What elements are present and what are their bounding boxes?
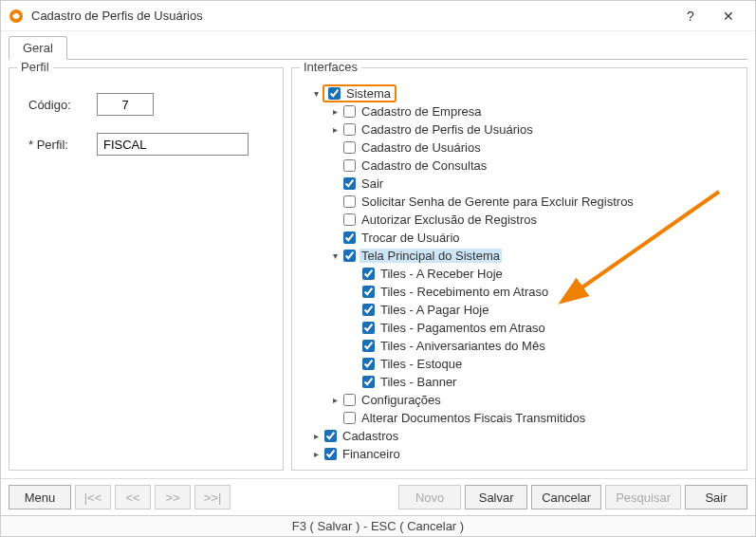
- tree-item-sistema[interactable]: Sistema: [344, 86, 393, 101]
- checkbox[interactable]: [362, 322, 375, 334]
- nav-prev-button[interactable]: <<: [115, 485, 151, 509]
- expand-icon[interactable]: ▸: [309, 431, 323, 441]
- tree-item[interactable]: Tiles - Recebimento em Atraso: [378, 285, 550, 299]
- perfil-input[interactable]: [97, 133, 249, 156]
- checkbox[interactable]: [324, 430, 337, 442]
- perfil-panel: Perfil Código: * Perfil:: [9, 67, 284, 471]
- checkbox[interactable]: [343, 105, 356, 118]
- nav-first-button[interactable]: |<<: [75, 485, 111, 509]
- close-button[interactable]: ✕: [710, 3, 747, 29]
- tree-item[interactable]: Tiles - A Pagar Hoje: [378, 303, 490, 317]
- tree-item[interactable]: Configurações: [360, 393, 443, 407]
- tree-item[interactable]: Cadastro de Empresa: [360, 104, 483, 119]
- nav-last-button[interactable]: >>|: [194, 485, 230, 509]
- tree-item[interactable]: Alterar Documentos Fiscais Transmitidos: [360, 411, 587, 425]
- tree-item[interactable]: Cadastros: [341, 429, 400, 443]
- bottom-toolbar: Menu |<< << >> >>| Novo Salvar Cancelar …: [1, 478, 755, 515]
- interfaces-tree: ▾ Sistema ▸Cadastro de Empresa ▸Cadastro…: [305, 84, 737, 460]
- checkbox[interactable]: [362, 340, 375, 352]
- window: Cadastro de Perfis de Usuários ? ✕ Geral…: [0, 0, 756, 537]
- checkbox[interactable]: [362, 268, 375, 280]
- interfaces-panel: Interfaces ▾ Sistema: [291, 67, 747, 471]
- expand-icon[interactable]: ▾: [309, 88, 323, 99]
- content: Perfil Código: * Perfil: Interfaces ▾: [1, 60, 755, 478]
- checkbox[interactable]: [324, 448, 337, 460]
- checkbox[interactable]: [343, 213, 356, 226]
- checkbox[interactable]: [362, 286, 375, 298]
- highlight-sistema: Sistema: [323, 84, 396, 102]
- tree-item-tela-principal[interactable]: Tela Principal do Sistema: [360, 249, 502, 263]
- interfaces-panel-label: Interfaces: [300, 60, 361, 74]
- tree-item[interactable]: Cadastro de Usuários: [360, 140, 483, 155]
- salvar-button[interactable]: Salvar: [465, 485, 527, 509]
- checkbox[interactable]: [343, 159, 356, 172]
- sair-button[interactable]: Sair: [685, 485, 747, 509]
- checkbox[interactable]: [343, 394, 356, 406]
- statusbar-text: F3 ( Salvar ) - ESC ( Cancelar ): [292, 519, 464, 533]
- titlebar: Cadastro de Perfis de Usuários ? ✕: [1, 1, 755, 31]
- checkbox[interactable]: [343, 123, 356, 136]
- nav-next-button[interactable]: >>: [155, 485, 191, 509]
- expand-icon[interactable]: ▸: [328, 395, 341, 405]
- checkbox[interactable]: [343, 250, 356, 262]
- menu-button[interactable]: Menu: [9, 485, 71, 509]
- checkbox[interactable]: [343, 195, 356, 208]
- tree-item[interactable]: Financeiro: [341, 447, 402, 461]
- expand-icon[interactable]: ▸: [328, 124, 341, 135]
- checkbox[interactable]: [362, 376, 375, 388]
- novo-button[interactable]: Novo: [398, 485, 461, 509]
- app-icon: [9, 9, 24, 24]
- perfil-label: * Perfil:: [28, 138, 97, 152]
- checkbox[interactable]: [343, 141, 356, 154]
- help-button[interactable]: ?: [672, 3, 710, 29]
- tree-item[interactable]: Autorizar Exclusão de Registros: [360, 213, 539, 227]
- tree-item[interactable]: Solicitar Senha de Gerente para Excluir …: [360, 194, 636, 209]
- tab-geral[interactable]: Geral: [9, 36, 67, 60]
- tree-item[interactable]: Trocar de Usuário: [360, 231, 462, 245]
- checkbox[interactable]: [343, 177, 356, 190]
- tree-item[interactable]: Tiles - Estoque: [378, 357, 464, 371]
- tree-item[interactable]: Sair: [360, 176, 385, 191]
- checkbox[interactable]: [362, 304, 375, 316]
- tree-item[interactable]: Cadastro de Consultas: [360, 158, 489, 173]
- tree-item[interactable]: Tiles - Aniversariantes do Mês: [378, 339, 547, 353]
- tree-item[interactable]: Tiles - A Receber Hoje: [378, 267, 505, 281]
- checkbox[interactable]: [343, 412, 356, 424]
- codigo-label: Código:: [28, 98, 97, 112]
- expand-icon[interactable]: ▸: [328, 106, 341, 117]
- tree-item[interactable]: Tiles - Pagamentos em Atraso: [378, 321, 547, 335]
- cancelar-button[interactable]: Cancelar: [531, 485, 601, 509]
- expand-icon[interactable]: ▾: [328, 250, 341, 261]
- tree-item[interactable]: Cadastro de Perfis de Usuários: [360, 122, 535, 137]
- codigo-input[interactable]: [97, 93, 154, 116]
- pesquisar-button[interactable]: Pesquisar: [605, 485, 681, 509]
- window-title: Cadastro de Perfis de Usuários: [31, 9, 672, 23]
- perfil-panel-label: Perfil: [17, 60, 53, 74]
- tree-item[interactable]: Tiles - Banner: [378, 375, 458, 389]
- checkbox[interactable]: [343, 231, 356, 244]
- checkbox-sistema[interactable]: [328, 87, 341, 100]
- checkbox[interactable]: [362, 358, 375, 370]
- statusbar: F3 ( Salvar ) - ESC ( Cancelar ): [1, 515, 755, 536]
- tree-scroll[interactable]: ▾ Sistema ▸Cadastro de Empresa ▸Cadastro…: [302, 82, 737, 460]
- tab-strip: Geral: [9, 35, 747, 60]
- expand-icon[interactable]: ▸: [309, 449, 323, 459]
